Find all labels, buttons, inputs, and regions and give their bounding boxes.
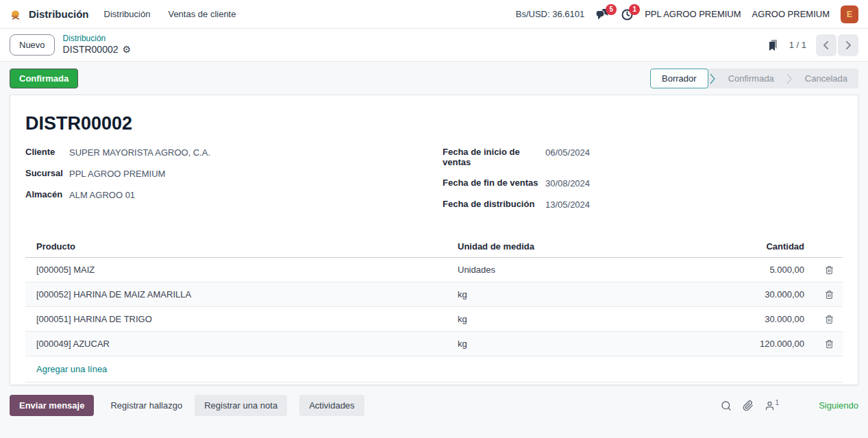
chevron-left-icon xyxy=(823,41,830,49)
send-message-button[interactable]: Enviar mensaje xyxy=(10,395,94,416)
messages-badge: 5 xyxy=(606,4,617,15)
form-sheet: DISTR00002 Cliente SUPER MAYORISTA AGROO… xyxy=(10,95,858,385)
column-header-producto[interactable]: Producto xyxy=(25,236,447,257)
log-note-button[interactable]: Registrar una nota xyxy=(195,395,287,416)
column-header-cantidad[interactable]: Cantidad xyxy=(706,236,815,257)
field-value-almacen[interactable]: ALM AGROO 01 xyxy=(69,189,135,200)
delete-row-button[interactable] xyxy=(815,258,843,282)
activities-badge: 1 xyxy=(629,4,640,15)
add-line-link[interactable]: Agregar una línea xyxy=(36,364,107,374)
trash-icon xyxy=(825,339,834,349)
field-label-fecha-fin: Fecha de fin de ventas xyxy=(443,178,545,188)
bookmark-icon[interactable] xyxy=(767,38,780,52)
trash-icon xyxy=(825,265,834,275)
followers-count: 1 xyxy=(776,399,780,406)
field-value-cliente[interactable]: SUPER MAYORISTA AGROO, C.A. xyxy=(69,147,210,158)
record-title: DISTR00002 xyxy=(25,113,843,134)
chatter-toolbar: Enviar mensaje Registrar hallazgo Regist… xyxy=(0,385,868,416)
control-panel: Nuevo Distribución DISTR00002 ⚙ 1 / 1 xyxy=(0,29,868,62)
delete-row-button[interactable] xyxy=(815,283,843,306)
status-step-confirmada[interactable]: Confirmada xyxy=(717,69,785,88)
field-label-fecha-inicio: Fecha de inicio de ventas xyxy=(443,147,545,167)
cell-unidad[interactable]: kg xyxy=(447,307,706,331)
breadcrumb-parent-link[interactable]: Distribución xyxy=(63,34,132,44)
status-step-borrador[interactable]: Borrador xyxy=(650,69,708,88)
trash-icon xyxy=(825,315,834,324)
messages-menu-button[interactable]: 5 xyxy=(595,8,610,21)
column-header-unidad[interactable]: Unidad de medida xyxy=(447,236,706,257)
cell-cantidad[interactable]: 120.000,00 xyxy=(706,332,815,356)
delete-row-button[interactable] xyxy=(815,332,843,356)
followers-button[interactable]: 1 xyxy=(765,400,780,411)
delete-row-button[interactable] xyxy=(815,308,843,331)
gear-icon[interactable]: ⚙ xyxy=(123,44,132,56)
cell-cantidad[interactable]: 5.000,00 xyxy=(706,258,815,282)
pager-previous-button[interactable] xyxy=(816,34,836,56)
person-icon xyxy=(765,400,775,411)
activities-button[interactable]: Actividades xyxy=(299,395,364,416)
app-icon xyxy=(10,8,23,21)
cell-producto[interactable]: [000005] MAIZ xyxy=(25,258,447,282)
table-header-row: Producto Unidad de medida Cantidad xyxy=(25,236,843,258)
nav-item-ventas-cliente[interactable]: Ventas de cliente xyxy=(165,5,238,23)
cell-producto[interactable]: [000051] HARINA DE TRIGO xyxy=(25,307,447,331)
field-value-sucursal[interactable]: PPL AGROO PREMIUM xyxy=(69,168,165,179)
cell-producto[interactable]: [000052] HARINA DE MAIZ AMARILLA xyxy=(25,282,447,306)
table-row[interactable]: [000051] HARINA DE TRIGO kg 30.000,00 xyxy=(25,307,843,332)
table-row[interactable]: [000052] HARINA DE MAIZ AMARILLA kg 30.0… xyxy=(25,282,843,307)
attach-files-button[interactable] xyxy=(743,400,754,411)
pager-next-button[interactable] xyxy=(838,34,858,56)
statusbar: Borrador Confirmada Cancelada xyxy=(650,69,858,88)
breadcrumb: Distribución DISTR00002 ⚙ xyxy=(63,34,132,56)
search-messages-button[interactable] xyxy=(721,400,732,411)
cell-producto[interactable]: [000049] AZUCAR xyxy=(25,332,447,356)
branch-switcher[interactable]: PPL AGROO PREMIUM xyxy=(645,9,741,19)
field-label-sucursal: Sucursal xyxy=(25,168,69,178)
exchange-rate: Bs/USD: 36.6101 xyxy=(516,9,584,19)
trash-icon xyxy=(825,290,834,300)
status-arrow-icon xyxy=(785,69,794,88)
status-row: Confirmada Borrador Confirmada Cancelada xyxy=(0,62,868,95)
user-avatar[interactable]: E xyxy=(841,5,858,23)
cell-unidad[interactable]: Unidades xyxy=(447,258,706,282)
pager-counter: 1 / 1 xyxy=(789,40,806,50)
confirm-button[interactable]: Confirmada xyxy=(10,69,78,88)
table-row[interactable]: [000049] AZUCAR kg 120.000,00 xyxy=(25,332,843,356)
field-label-almacen: Almacén xyxy=(25,189,69,199)
cell-unidad[interactable]: kg xyxy=(447,282,706,306)
log-finding-button[interactable]: Registrar hallazgo xyxy=(101,395,192,416)
status-step-cancelada[interactable]: Cancelada xyxy=(794,69,858,88)
field-value-fecha-distribucion[interactable]: 13/05/2024 xyxy=(545,199,590,210)
table-row[interactable]: [000005] MAIZ Unidades 5.000,00 xyxy=(25,258,843,282)
app-menu-button[interactable]: Distribución xyxy=(10,8,89,21)
app-name: Distribución xyxy=(29,8,89,20)
field-label-fecha-distribucion: Fecha de distribución xyxy=(443,199,545,209)
following-toggle[interactable]: Siguiendo xyxy=(819,400,858,411)
new-button[interactable]: Nuevo xyxy=(10,34,55,56)
activities-menu-button[interactable]: 1 xyxy=(621,8,634,21)
top-navbar: Distribución Distribución Ventas de clie… xyxy=(0,0,868,29)
company-switcher[interactable]: AGROO PREMIUM xyxy=(752,9,830,19)
chevron-right-icon xyxy=(845,41,852,49)
cell-cantidad[interactable]: 30.000,00 xyxy=(706,282,815,306)
cell-unidad[interactable]: kg xyxy=(447,332,706,356)
product-lines-table: Producto Unidad de medida Cantidad [0000… xyxy=(25,236,843,382)
cell-cantidad[interactable]: 30.000,00 xyxy=(706,307,815,331)
field-value-fecha-inicio[interactable]: 06/05/2024 xyxy=(545,147,590,158)
breadcrumb-current-record: DISTR00002 xyxy=(63,44,119,56)
status-arrow-icon xyxy=(708,69,717,88)
field-value-fecha-fin[interactable]: 30/08/2024 xyxy=(545,178,590,188)
paperclip-icon xyxy=(743,400,754,411)
field-label-cliente: Cliente xyxy=(25,147,69,157)
nav-item-distribucion[interactable]: Distribución xyxy=(101,5,153,23)
search-icon xyxy=(721,400,732,411)
